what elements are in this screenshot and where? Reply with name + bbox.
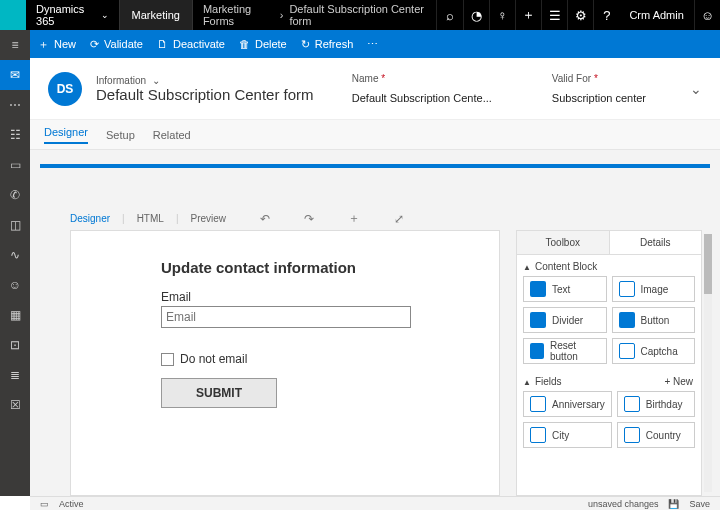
settings-icon[interactable]: ⚙ bbox=[567, 0, 593, 30]
tile-anniversary[interactable]: Anniversary bbox=[523, 391, 612, 417]
tab-setup[interactable]: Setup bbox=[106, 129, 135, 141]
record-initials: DS bbox=[48, 72, 82, 106]
email-label: Email bbox=[161, 290, 409, 304]
rail-item-11[interactable]: ≣ bbox=[0, 360, 30, 390]
field-icon bbox=[530, 427, 546, 443]
rail-item-2[interactable]: ⋯ bbox=[0, 90, 30, 120]
triangle-icon: ▲ bbox=[523, 378, 531, 387]
save-icon[interactable]: 💾 bbox=[668, 499, 679, 509]
form-canvas[interactable]: Update contact information Email Do not … bbox=[70, 230, 500, 496]
section-content-block[interactable]: ▲Content Block bbox=[519, 255, 699, 276]
plus-icon: ＋ bbox=[38, 37, 49, 52]
status-open-icon[interactable]: ▭ bbox=[40, 499, 49, 509]
text-icon bbox=[530, 281, 546, 297]
rail-item-8[interactable]: ☺ bbox=[0, 270, 30, 300]
filter-icon[interactable]: ☰ bbox=[541, 0, 567, 30]
accent-bar bbox=[40, 164, 710, 168]
form-selector[interactable]: Information⌄ bbox=[96, 75, 314, 86]
redo-icon[interactable]: ↷ bbox=[304, 212, 314, 226]
brand[interactable]: Dynamics 365 ⌄ bbox=[26, 3, 119, 27]
rail-item-5[interactable]: ✆ bbox=[0, 180, 30, 210]
editor-tab-preview[interactable]: Preview bbox=[190, 213, 226, 224]
validate-button[interactable]: ⟳Validate bbox=[90, 38, 143, 51]
chevron-down-icon: ⌄ bbox=[101, 10, 109, 20]
save-button[interactable]: Save bbox=[689, 499, 710, 509]
brand-label: Dynamics 365 bbox=[36, 3, 95, 27]
email-input[interactable] bbox=[161, 306, 411, 328]
status-active: Active bbox=[59, 499, 84, 509]
do-not-email-label: Do not email bbox=[180, 352, 247, 366]
divider-icon bbox=[530, 312, 546, 328]
tile-divider[interactable]: Divider bbox=[523, 307, 607, 333]
button-icon bbox=[619, 312, 635, 328]
tile-text[interactable]: Text bbox=[523, 276, 607, 302]
deactivate-button[interactable]: 🗋Deactivate bbox=[157, 38, 225, 50]
tab-related[interactable]: Related bbox=[153, 129, 191, 141]
user-icon[interactable]: ☺ bbox=[694, 0, 720, 30]
field-name: Name * Default Subscription Cente... bbox=[352, 73, 492, 104]
rail-item-1[interactable]: ✉ bbox=[0, 60, 30, 90]
task-icon[interactable]: ◔ bbox=[463, 0, 489, 30]
details-tab[interactable]: Details bbox=[610, 231, 702, 254]
breadcrumb-sep: › bbox=[280, 9, 284, 21]
form-heading: Update contact information bbox=[161, 259, 409, 276]
rail-item-10[interactable]: ⊡ bbox=[0, 330, 30, 360]
app-launcher[interactable] bbox=[0, 0, 26, 30]
app-name[interactable]: Marketing bbox=[119, 0, 193, 30]
tile-captcha[interactable]: Captcha bbox=[612, 338, 696, 364]
reset-icon bbox=[530, 343, 544, 359]
refresh-button[interactable]: ↻Refresh bbox=[301, 38, 354, 51]
tile-button[interactable]: Button bbox=[612, 307, 696, 333]
rail-item-9[interactable]: ▦ bbox=[0, 300, 30, 330]
toolbox-tab[interactable]: Toolbox bbox=[517, 231, 610, 254]
captcha-icon bbox=[619, 343, 635, 359]
breadcrumb-1[interactable]: Marketing Forms bbox=[203, 3, 274, 27]
user-name[interactable]: Crm Admin bbox=[619, 9, 693, 21]
record-tabs: Designer Setup Related bbox=[30, 120, 720, 150]
search-icon[interactable]: ⌕ bbox=[436, 0, 462, 30]
tile-birthday[interactable]: Birthday bbox=[617, 391, 695, 417]
tile-image[interactable]: Image bbox=[612, 276, 696, 302]
rail-item-4[interactable]: ▭ bbox=[0, 150, 30, 180]
scrollbar-thumb[interactable] bbox=[704, 234, 712, 294]
toolbox-scrollbar[interactable] bbox=[704, 234, 712, 492]
tab-designer[interactable]: Designer bbox=[44, 126, 88, 144]
add-element-icon[interactable]: ＋ bbox=[348, 210, 360, 227]
tile-reset[interactable]: Reset button bbox=[523, 338, 607, 364]
add-icon[interactable]: ＋ bbox=[515, 0, 541, 30]
do-not-email-checkbox[interactable] bbox=[161, 353, 174, 366]
new-button[interactable]: ＋New bbox=[38, 37, 76, 52]
submit-button[interactable]: SUBMIT bbox=[161, 378, 277, 408]
help-icon[interactable]: ? bbox=[593, 0, 619, 30]
editor-mode-tabs: Designer | HTML | Preview ↶ ↷ ＋ ⤢ bbox=[70, 210, 404, 227]
overflow-button[interactable]: ⋯ bbox=[367, 38, 378, 51]
status-unsaved: unsaved changes bbox=[588, 499, 659, 509]
new-field-link[interactable]: + New bbox=[664, 376, 693, 387]
rail-item-12[interactable]: ☒ bbox=[0, 390, 30, 420]
tile-city[interactable]: City bbox=[523, 422, 612, 448]
fullscreen-icon[interactable]: ⤢ bbox=[394, 212, 404, 226]
rail-menu[interactable]: ≡ bbox=[0, 30, 30, 60]
app-label: Marketing bbox=[132, 9, 180, 21]
field-valid-value[interactable]: Subscription center bbox=[552, 92, 646, 104]
undo-icon[interactable]: ↶ bbox=[260, 212, 270, 226]
refresh-icon: ↻ bbox=[301, 38, 310, 51]
editor-tab-html[interactable]: HTML bbox=[137, 213, 164, 224]
top-nav: Dynamics 365 ⌄ Marketing Marketing Forms… bbox=[0, 0, 720, 30]
breadcrumb-2[interactable]: Default Subscription Center form bbox=[289, 3, 426, 27]
rail-item-3[interactable]: ☷ bbox=[0, 120, 30, 150]
rail-item-7[interactable]: ∿ bbox=[0, 240, 30, 270]
editor-tab-designer[interactable]: Designer bbox=[70, 213, 110, 224]
field-name-value[interactable]: Default Subscription Cente... bbox=[352, 92, 492, 104]
assist-icon[interactable]: ♀ bbox=[489, 0, 515, 30]
tile-country[interactable]: Country bbox=[617, 422, 695, 448]
page-title: Default Subscription Center form bbox=[96, 86, 314, 103]
trash-icon: 🗑 bbox=[239, 38, 250, 50]
field-valid-for: Valid For * Subscription center bbox=[552, 73, 646, 104]
rail-item-6[interactable]: ◫ bbox=[0, 210, 30, 240]
expand-chevron-icon[interactable]: ⌄ bbox=[690, 81, 702, 97]
field-icon bbox=[624, 396, 640, 412]
triangle-icon: ▲ bbox=[523, 263, 531, 272]
delete-button[interactable]: 🗑Delete bbox=[239, 38, 287, 50]
section-fields[interactable]: ▲Fields + New bbox=[519, 370, 699, 391]
